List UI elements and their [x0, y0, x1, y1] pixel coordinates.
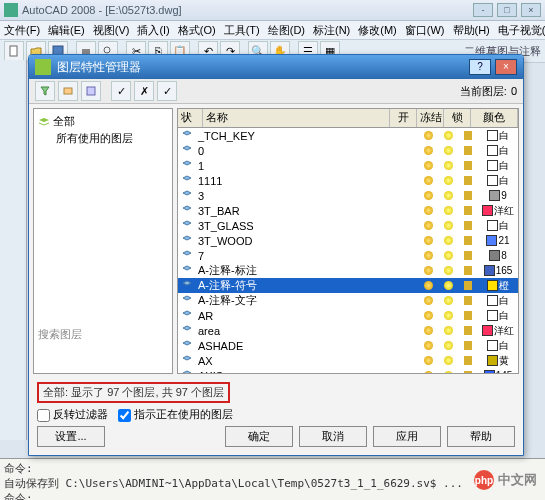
menu-format[interactable]: 格式(O)	[178, 23, 216, 38]
layer-lock-icon[interactable]	[458, 145, 478, 157]
layer-color-swatch[interactable]: 白	[478, 174, 518, 188]
menu-help[interactable]: 帮助(H)	[453, 23, 490, 38]
layer-row[interactable]: _TCH_KEY白	[178, 128, 518, 143]
layer-lock-icon[interactable]	[458, 280, 478, 292]
layer-on-icon[interactable]	[418, 175, 438, 187]
delete-layer-icon[interactable]: ✗	[134, 81, 154, 101]
layer-freeze-icon[interactable]	[438, 130, 458, 142]
layer-color-swatch[interactable]: 白	[478, 159, 518, 173]
layer-on-icon[interactable]	[418, 370, 438, 374]
layer-states-icon[interactable]	[81, 81, 101, 101]
layer-lock-icon[interactable]	[458, 130, 478, 142]
layer-lock-icon[interactable]	[458, 220, 478, 232]
cancel-button[interactable]: 取消	[299, 426, 367, 447]
layer-row[interactable]: 3T_BAR洋红	[178, 203, 518, 218]
layer-row[interactable]: AX黄	[178, 353, 518, 368]
layer-lock-icon[interactable]	[458, 355, 478, 367]
layer-row[interactable]: A-注释-文字白	[178, 293, 518, 308]
layer-row[interactable]: 1111白	[178, 173, 518, 188]
layer-row[interactable]: 39	[178, 188, 518, 203]
layer-on-icon[interactable]	[418, 265, 438, 277]
layer-lock-icon[interactable]	[458, 310, 478, 322]
layer-color-swatch[interactable]: 8	[478, 250, 518, 261]
layer-on-icon[interactable]	[418, 160, 438, 172]
layer-lock-icon[interactable]	[458, 340, 478, 352]
layer-row[interactable]: 1白	[178, 158, 518, 173]
layer-row[interactable]: 78	[178, 248, 518, 263]
layer-row[interactable]: AR白	[178, 308, 518, 323]
layer-color-swatch[interactable]: 黄	[478, 354, 518, 368]
layer-on-icon[interactable]	[418, 295, 438, 307]
menu-window[interactable]: 窗口(W)	[405, 23, 445, 38]
layer-row[interactable]: A-注释-符号橙	[178, 278, 518, 293]
layer-row[interactable]: 3T_WOOD21	[178, 233, 518, 248]
layer-color-swatch[interactable]: 白	[478, 339, 518, 353]
layer-freeze-icon[interactable]	[438, 295, 458, 307]
layer-on-icon[interactable]	[418, 340, 438, 352]
layer-lock-icon[interactable]	[458, 190, 478, 202]
layer-freeze-icon[interactable]	[438, 340, 458, 352]
layer-freeze-icon[interactable]	[438, 175, 458, 187]
layer-color-swatch[interactable]: 9	[478, 190, 518, 201]
layer-freeze-icon[interactable]	[438, 370, 458, 374]
invert-filter-checkbox[interactable]: 反转过滤器	[37, 407, 108, 422]
layer-row[interactable]: A-注释-标注165	[178, 263, 518, 278]
minimize-button[interactable]: -	[473, 3, 493, 17]
layer-lock-icon[interactable]	[458, 265, 478, 277]
layer-on-icon[interactable]	[418, 280, 438, 292]
layer-freeze-icon[interactable]	[438, 220, 458, 232]
layer-row[interactable]: area洋红	[178, 323, 518, 338]
grid-body[interactable]: _TCH_KEY白0白1白1111白393T_BAR洋红3T_GLASS白3T_…	[178, 128, 518, 373]
menu-dimension[interactable]: 标注(N)	[313, 23, 350, 38]
layer-freeze-icon[interactable]	[438, 145, 458, 157]
tree-root[interactable]: 全部	[38, 113, 168, 130]
layer-on-icon[interactable]	[418, 325, 438, 337]
layer-freeze-icon[interactable]	[438, 310, 458, 322]
layer-on-icon[interactable]	[418, 145, 438, 157]
layer-on-icon[interactable]	[418, 190, 438, 202]
col-lock[interactable]: 锁	[444, 109, 471, 127]
tree-used-layers[interactable]: 所有使用的图层	[38, 130, 168, 147]
layer-color-swatch[interactable]: 洋红	[478, 324, 518, 338]
layer-on-icon[interactable]	[418, 220, 438, 232]
dialog-help-button[interactable]: ?	[469, 59, 491, 75]
layer-color-swatch[interactable]: 145	[478, 370, 518, 373]
layer-row[interactable]: ASHADE白	[178, 338, 518, 353]
menu-insert[interactable]: 插入(I)	[137, 23, 169, 38]
layer-freeze-icon[interactable]	[438, 325, 458, 337]
layer-color-swatch[interactable]: 21	[478, 235, 518, 246]
layer-color-swatch[interactable]: 165	[478, 265, 518, 276]
layer-freeze-icon[interactable]	[438, 250, 458, 262]
layer-freeze-icon[interactable]	[438, 205, 458, 217]
menu-file[interactable]: 文件(F)	[4, 23, 40, 38]
layer-color-swatch[interactable]: 白	[478, 309, 518, 323]
help-button[interactable]: 帮助	[447, 426, 515, 447]
layer-on-icon[interactable]	[418, 310, 438, 322]
layer-lock-icon[interactable]	[458, 205, 478, 217]
layer-row[interactable]: AXIS145	[178, 368, 518, 373]
layer-lock-icon[interactable]	[458, 325, 478, 337]
filter-tree[interactable]: 全部 所有使用的图层 搜索图层	[33, 108, 173, 374]
layer-color-swatch[interactable]: 白	[478, 144, 518, 158]
col-freeze[interactable]: 冻结	[417, 109, 444, 127]
layer-color-swatch[interactable]: 白	[478, 294, 518, 308]
layer-lock-icon[interactable]	[458, 295, 478, 307]
layer-on-icon[interactable]	[418, 235, 438, 247]
layer-lock-icon[interactable]	[458, 370, 478, 374]
layer-freeze-icon[interactable]	[438, 160, 458, 172]
maximize-button[interactable]: □	[497, 3, 517, 17]
layer-freeze-icon[interactable]	[438, 235, 458, 247]
layer-color-swatch[interactable]: 白	[478, 219, 518, 233]
menu-tools[interactable]: 工具(T)	[224, 23, 260, 38]
menu-express[interactable]: 电子视觉(S)	[498, 23, 545, 38]
layer-on-icon[interactable]	[418, 355, 438, 367]
indicate-inuse-checkbox[interactable]: 指示正在使用的图层	[118, 407, 233, 422]
settings-button[interactable]: 设置...	[37, 426, 105, 447]
command-line[interactable]: 命令: 自动保存到 C:\Users\ADMINI~1\AppData\Loca…	[0, 458, 545, 500]
layer-color-swatch[interactable]: 白	[478, 129, 518, 143]
layer-color-swatch[interactable]: 洋红	[478, 204, 518, 218]
layer-lock-icon[interactable]	[458, 175, 478, 187]
col-name[interactable]: 名称	[203, 109, 390, 127]
layer-freeze-icon[interactable]	[438, 280, 458, 292]
layer-row[interactable]: 0白	[178, 143, 518, 158]
